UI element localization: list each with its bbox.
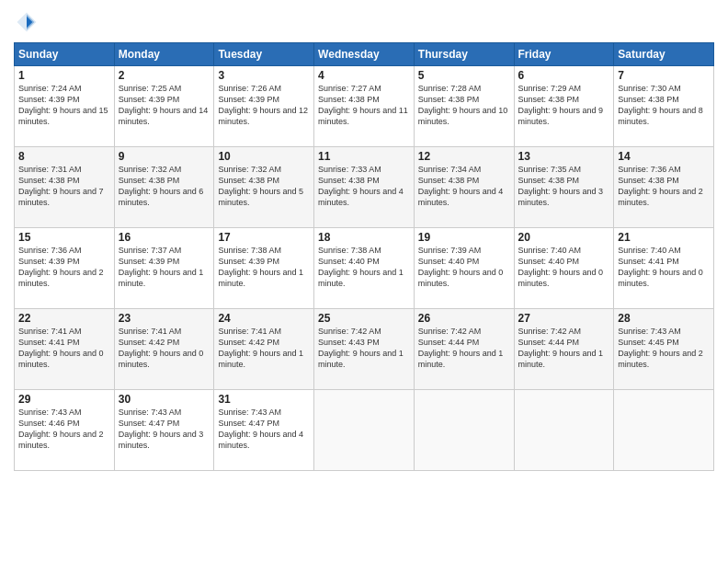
calendar-cell: 28 Sunrise: 7:43 AM Sunset: 4:45 PM Dayl…	[614, 309, 714, 390]
logo	[14, 9, 43, 35]
calendar-header-tuesday: Tuesday	[214, 43, 314, 66]
cell-info: Sunrise: 7:36 AM Sunset: 4:38 PM Dayligh…	[618, 164, 710, 209]
day-number: 29	[18, 393, 110, 406]
cell-info: Sunrise: 7:34 AM Sunset: 4:38 PM Dayligh…	[418, 164, 510, 209]
calendar-cell: 8 Sunrise: 7:31 AM Sunset: 4:38 PM Dayli…	[15, 147, 115, 228]
day-number: 10	[218, 150, 310, 163]
cell-info: Sunrise: 7:35 AM Sunset: 4:38 PM Dayligh…	[518, 164, 610, 209]
calendar-cell	[414, 390, 514, 471]
cell-info: Sunrise: 7:39 AM Sunset: 4:40 PM Dayligh…	[418, 245, 510, 290]
calendar-cell: 2 Sunrise: 7:25 AM Sunset: 4:39 PM Dayli…	[114, 66, 214, 147]
day-number: 7	[618, 69, 710, 82]
day-number: 26	[418, 312, 510, 325]
calendar-week-5: 29 Sunrise: 7:43 AM Sunset: 4:46 PM Dayl…	[15, 390, 714, 471]
cell-info: Sunrise: 7:37 AM Sunset: 4:39 PM Dayligh…	[119, 245, 210, 290]
calendar-cell	[614, 390, 714, 471]
calendar-cell: 9 Sunrise: 7:32 AM Sunset: 4:38 PM Dayli…	[114, 147, 214, 228]
cell-info: Sunrise: 7:28 AM Sunset: 4:38 PM Dayligh…	[418, 83, 510, 128]
cell-info: Sunrise: 7:43 AM Sunset: 4:47 PM Dayligh…	[119, 407, 210, 452]
day-number: 9	[119, 150, 210, 163]
calendar-week-3: 15 Sunrise: 7:36 AM Sunset: 4:39 PM Dayl…	[15, 228, 714, 309]
calendar-cell: 3 Sunrise: 7:26 AM Sunset: 4:39 PM Dayli…	[214, 66, 314, 147]
calendar-cell: 16 Sunrise: 7:37 AM Sunset: 4:39 PM Dayl…	[114, 228, 214, 309]
cell-info: Sunrise: 7:25 AM Sunset: 4:39 PM Dayligh…	[119, 83, 210, 128]
day-number: 18	[318, 231, 410, 244]
calendar-header-thursday: Thursday	[414, 43, 514, 66]
day-number: 17	[218, 231, 310, 244]
day-number: 12	[418, 150, 510, 163]
calendar-cell: 21 Sunrise: 7:40 AM Sunset: 4:41 PM Dayl…	[614, 228, 714, 309]
day-number: 14	[618, 150, 710, 163]
day-number: 3	[218, 69, 310, 82]
calendar-cell	[514, 390, 614, 471]
day-number: 15	[18, 231, 110, 244]
cell-info: Sunrise: 7:29 AM Sunset: 4:38 PM Dayligh…	[518, 83, 610, 128]
cell-info: Sunrise: 7:32 AM Sunset: 4:38 PM Dayligh…	[119, 164, 210, 209]
calendar-cell: 4 Sunrise: 7:27 AM Sunset: 4:38 PM Dayli…	[314, 66, 415, 147]
calendar-cell: 10 Sunrise: 7:32 AM Sunset: 4:38 PM Dayl…	[214, 147, 314, 228]
cell-info: Sunrise: 7:41 AM Sunset: 4:42 PM Dayligh…	[119, 326, 210, 371]
day-number: 8	[18, 150, 110, 163]
calendar-cell: 30 Sunrise: 7:43 AM Sunset: 4:47 PM Dayl…	[114, 390, 214, 471]
calendar-cell: 17 Sunrise: 7:38 AM Sunset: 4:39 PM Dayl…	[214, 228, 314, 309]
calendar-cell: 5 Sunrise: 7:28 AM Sunset: 4:38 PM Dayli…	[414, 66, 514, 147]
calendar-cell: 29 Sunrise: 7:43 AM Sunset: 4:46 PM Dayl…	[15, 390, 115, 471]
calendar-cell: 26 Sunrise: 7:42 AM Sunset: 4:44 PM Dayl…	[414, 309, 514, 390]
day-number: 23	[119, 312, 210, 325]
day-number: 4	[318, 69, 410, 82]
calendar-table: SundayMondayTuesdayWednesdayThursdayFrid…	[14, 42, 714, 471]
calendar-cell: 18 Sunrise: 7:38 AM Sunset: 4:40 PM Dayl…	[314, 228, 415, 309]
calendar-cell: 27 Sunrise: 7:42 AM Sunset: 4:44 PM Dayl…	[514, 309, 614, 390]
calendar-cell: 1 Sunrise: 7:24 AM Sunset: 4:39 PM Dayli…	[15, 66, 115, 147]
calendar-cell: 7 Sunrise: 7:30 AM Sunset: 4:38 PM Dayli…	[614, 66, 714, 147]
day-number: 31	[218, 393, 310, 406]
calendar-cell: 22 Sunrise: 7:41 AM Sunset: 4:41 PM Dayl…	[15, 309, 115, 390]
cell-info: Sunrise: 7:43 AM Sunset: 4:45 PM Dayligh…	[618, 326, 710, 371]
cell-info: Sunrise: 7:38 AM Sunset: 4:40 PM Dayligh…	[318, 245, 410, 290]
calendar-cell: 13 Sunrise: 7:35 AM Sunset: 4:38 PM Dayl…	[514, 147, 614, 228]
cell-info: Sunrise: 7:38 AM Sunset: 4:39 PM Dayligh…	[218, 245, 310, 290]
cell-info: Sunrise: 7:40 AM Sunset: 4:40 PM Dayligh…	[518, 245, 610, 290]
day-number: 6	[518, 69, 610, 82]
cell-info: Sunrise: 7:30 AM Sunset: 4:38 PM Dayligh…	[618, 83, 710, 128]
calendar-cell: 24 Sunrise: 7:41 AM Sunset: 4:42 PM Dayl…	[214, 309, 314, 390]
calendar-week-1: 1 Sunrise: 7:24 AM Sunset: 4:39 PM Dayli…	[15, 66, 714, 147]
cell-info: Sunrise: 7:43 AM Sunset: 4:46 PM Dayligh…	[18, 407, 110, 452]
header	[14, 9, 714, 35]
day-number: 16	[119, 231, 210, 244]
logo-icon	[14, 9, 40, 35]
cell-info: Sunrise: 7:31 AM Sunset: 4:38 PM Dayligh…	[18, 164, 110, 209]
cell-info: Sunrise: 7:40 AM Sunset: 4:41 PM Dayligh…	[618, 245, 710, 290]
day-number: 11	[318, 150, 410, 163]
cell-info: Sunrise: 7:36 AM Sunset: 4:39 PM Dayligh…	[18, 245, 110, 290]
calendar-cell: 31 Sunrise: 7:43 AM Sunset: 4:47 PM Dayl…	[214, 390, 314, 471]
calendar-cell: 14 Sunrise: 7:36 AM Sunset: 4:38 PM Dayl…	[614, 147, 714, 228]
day-number: 30	[119, 393, 210, 406]
calendar-header-row: SundayMondayTuesdayWednesdayThursdayFrid…	[15, 43, 714, 66]
calendar-header-monday: Monday	[114, 43, 214, 66]
cell-info: Sunrise: 7:26 AM Sunset: 4:39 PM Dayligh…	[218, 83, 310, 128]
day-number: 13	[518, 150, 610, 163]
day-number: 22	[18, 312, 110, 325]
calendar-cell: 19 Sunrise: 7:39 AM Sunset: 4:40 PM Dayl…	[414, 228, 514, 309]
calendar-cell: 23 Sunrise: 7:41 AM Sunset: 4:42 PM Dayl…	[114, 309, 214, 390]
day-number: 21	[618, 231, 710, 244]
calendar-cell: 6 Sunrise: 7:29 AM Sunset: 4:38 PM Dayli…	[514, 66, 614, 147]
cell-info: Sunrise: 7:41 AM Sunset: 4:42 PM Dayligh…	[218, 326, 310, 371]
calendar-cell: 25 Sunrise: 7:42 AM Sunset: 4:43 PM Dayl…	[314, 309, 415, 390]
calendar-cell: 15 Sunrise: 7:36 AM Sunset: 4:39 PM Dayl…	[15, 228, 115, 309]
cell-info: Sunrise: 7:33 AM Sunset: 4:38 PM Dayligh…	[318, 164, 410, 209]
calendar-header-wednesday: Wednesday	[314, 43, 415, 66]
day-number: 27	[518, 312, 610, 325]
day-number: 5	[418, 69, 510, 82]
day-number: 25	[318, 312, 410, 325]
day-number: 20	[518, 231, 610, 244]
cell-info: Sunrise: 7:42 AM Sunset: 4:44 PM Dayligh…	[418, 326, 510, 371]
cell-info: Sunrise: 7:27 AM Sunset: 4:38 PM Dayligh…	[318, 83, 410, 128]
calendar-header-saturday: Saturday	[614, 43, 714, 66]
cell-info: Sunrise: 7:42 AM Sunset: 4:43 PM Dayligh…	[318, 326, 410, 371]
calendar-cell: 11 Sunrise: 7:33 AM Sunset: 4:38 PM Dayl…	[314, 147, 415, 228]
calendar-week-2: 8 Sunrise: 7:31 AM Sunset: 4:38 PM Dayli…	[15, 147, 714, 228]
page: SundayMondayTuesdayWednesdayThursdayFrid…	[0, 0, 728, 563]
day-number: 24	[218, 312, 310, 325]
